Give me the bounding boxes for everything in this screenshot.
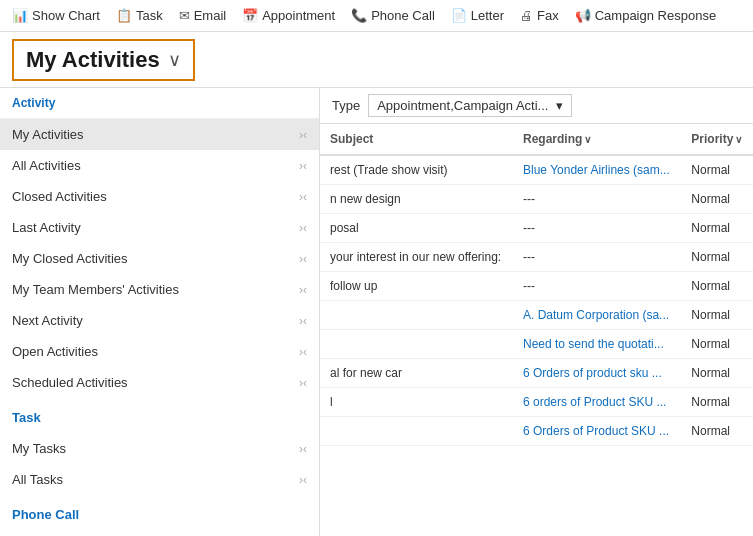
page-title: My Activities bbox=[26, 47, 160, 73]
dropdown-label-open-activities: Open Activities bbox=[12, 344, 98, 359]
pin-icon[interactable]: ›‹ bbox=[299, 159, 307, 173]
pin-icon[interactable]: ›‹ bbox=[299, 221, 307, 235]
dropdown-item-closed-activities[interactable]: Closed Activities›‹ bbox=[0, 181, 319, 212]
pin-icon[interactable]: ›‹ bbox=[299, 190, 307, 204]
pin-icon[interactable]: ›‹ bbox=[299, 314, 307, 328]
row-5-priority: Normal bbox=[681, 301, 753, 330]
row-0-subject: rest (Trade show visit) bbox=[320, 155, 513, 185]
table-row: your interest in our new offering:---Nor… bbox=[320, 243, 753, 272]
pin-icon[interactable]: ›‹ bbox=[299, 283, 307, 297]
row-1-regarding: --- bbox=[513, 185, 681, 214]
row-3-regarding: --- bbox=[513, 243, 681, 272]
regarding-link-8[interactable]: 6 orders of Product SKU ... bbox=[523, 395, 666, 409]
toolbar-btn-campaign-response[interactable]: 📢Campaign Response bbox=[567, 4, 724, 27]
col-label-priority: Priority bbox=[691, 132, 733, 146]
dropdown-item-open-activities[interactable]: Open Activities›‹ bbox=[0, 336, 319, 367]
dropdown-label-my-activities: My Activities bbox=[12, 127, 84, 142]
row-9-subject bbox=[320, 417, 513, 446]
dropdown-label-all-tasks: All Tasks bbox=[12, 472, 63, 487]
row-5-subject bbox=[320, 301, 513, 330]
row-9-regarding[interactable]: 6 Orders of Product SKU ... bbox=[513, 417, 681, 446]
col-header-regarding[interactable]: Regarding∨ bbox=[513, 124, 681, 155]
row-2-subject: posal bbox=[320, 214, 513, 243]
activities-table: SubjectRegarding∨Priority∨ rest (Trade s… bbox=[320, 124, 753, 446]
toolbar-btn-email[interactable]: ✉Email bbox=[171, 4, 235, 27]
row-0-regarding[interactable]: Blue Yonder Airlines (sam... bbox=[513, 155, 681, 185]
dropdown-label-closed-activities: Closed Activities bbox=[12, 189, 107, 204]
row-8-regarding[interactable]: 6 orders of Product SKU ... bbox=[513, 388, 681, 417]
task-icon: 📋 bbox=[116, 8, 132, 23]
dropdown-item-all-tasks[interactable]: All Tasks›‹ bbox=[0, 464, 319, 495]
table-row: A. Datum Corporation (sa...Normal bbox=[320, 301, 753, 330]
dropdown-item-my-team-members[interactable]: My Team Members' Activities›‹ bbox=[0, 274, 319, 305]
row-7-subject: al for new car bbox=[320, 359, 513, 388]
fax-label: Fax bbox=[537, 8, 559, 23]
title-container[interactable]: My Activities ∨ bbox=[12, 39, 195, 81]
dropdown-label-last-activity: Last Activity bbox=[12, 220, 81, 235]
fax-icon: 🖨 bbox=[520, 8, 533, 23]
dropdown-item-last-activity[interactable]: Last Activity›‹ bbox=[0, 212, 319, 243]
row-2-regarding: --- bbox=[513, 214, 681, 243]
col-header-priority[interactable]: Priority∨ bbox=[681, 124, 753, 155]
row-8-subject: l bbox=[320, 388, 513, 417]
regarding-link-9[interactable]: 6 Orders of Product SKU ... bbox=[523, 424, 669, 438]
pin-icon[interactable]: ›‹ bbox=[299, 128, 307, 142]
regarding-link-0[interactable]: Blue Yonder Airlines (sam... bbox=[523, 163, 670, 177]
dropdown-item-my-activities[interactable]: My Activities›‹ bbox=[0, 119, 319, 150]
row-1-priority: Normal bbox=[681, 185, 753, 214]
dropdown-item-my-closed-activities[interactable]: My Closed Activities›‹ bbox=[0, 243, 319, 274]
row-9-priority: Normal bbox=[681, 417, 753, 446]
filter-type-dropdown[interactable]: Appointment,Campaign Acti... ▾ bbox=[368, 94, 572, 117]
regarding-link-5[interactable]: A. Datum Corporation (sa... bbox=[523, 308, 669, 322]
dropdown-item-my-phone-calls[interactable]: My Phone Calls›‹ bbox=[0, 530, 319, 536]
dropdown-item-scheduled-activities[interactable]: Scheduled Activities›‹ bbox=[0, 367, 319, 398]
regarding-link-6[interactable]: Need to send the quotati... bbox=[523, 337, 664, 351]
chevron-down-icon[interactable]: ∨ bbox=[168, 49, 181, 71]
sort-arrow-regarding: ∨ bbox=[584, 134, 591, 145]
email-icon: ✉ bbox=[179, 8, 190, 23]
pin-icon[interactable]: ›‹ bbox=[299, 442, 307, 456]
row-6-subject bbox=[320, 330, 513, 359]
toolbar-btn-show-chart[interactable]: 📊Show Chart bbox=[4, 4, 108, 27]
show-chart-icon: 📊 bbox=[12, 8, 28, 23]
dropdown-item-my-tasks[interactable]: My Tasks›‹ bbox=[0, 433, 319, 464]
pin-icon[interactable]: ›‹ bbox=[299, 473, 307, 487]
dropdown-label-my-team-members: My Team Members' Activities bbox=[12, 282, 179, 297]
toolbar-btn-task[interactable]: 📋Task bbox=[108, 4, 171, 27]
main-content: Activity My Activities›‹All Activities›‹… bbox=[0, 88, 753, 536]
phone-call-icon: 📞 bbox=[351, 8, 367, 23]
dropdown-section-phone-call-header: Phone Call bbox=[0, 495, 319, 530]
toolbar: 📊Show Chart📋Task✉Email📅Appointment📞Phone… bbox=[0, 0, 753, 32]
task-label: Task bbox=[136, 8, 163, 23]
row-5-regarding[interactable]: A. Datum Corporation (sa... bbox=[513, 301, 681, 330]
toolbar-btn-appointment[interactable]: 📅Appointment bbox=[234, 4, 343, 27]
pin-icon[interactable]: ›‹ bbox=[299, 252, 307, 266]
regarding-link-7[interactable]: 6 Orders of product sku ... bbox=[523, 366, 662, 380]
table-body: rest (Trade show visit)Blue Yonder Airli… bbox=[320, 155, 753, 446]
pin-icon[interactable]: ›‹ bbox=[299, 376, 307, 390]
right-panel: Type Appointment,Campaign Acti... ▾ Subj… bbox=[320, 88, 753, 536]
dropdown-label-my-closed-activities: My Closed Activities bbox=[12, 251, 128, 266]
row-8-priority: Normal bbox=[681, 388, 753, 417]
row-7-regarding[interactable]: 6 Orders of product sku ... bbox=[513, 359, 681, 388]
toolbar-btn-phone-call[interactable]: 📞Phone Call bbox=[343, 4, 443, 27]
sort-arrow-priority: ∨ bbox=[735, 134, 742, 145]
row-1-subject: n new design bbox=[320, 185, 513, 214]
pin-icon[interactable]: ›‹ bbox=[299, 345, 307, 359]
toolbar-btn-letter[interactable]: 📄Letter bbox=[443, 4, 512, 27]
filter-bar: Type Appointment,Campaign Acti... ▾ bbox=[320, 88, 753, 124]
dropdown-item-next-activity[interactable]: Next Activity›‹ bbox=[0, 305, 319, 336]
filter-type-label: Type bbox=[332, 98, 360, 113]
dropdown-item-all-activities[interactable]: All Activities›‹ bbox=[0, 150, 319, 181]
toolbar-btn-fax[interactable]: 🖨Fax bbox=[512, 4, 567, 27]
row-6-priority: Normal bbox=[681, 330, 753, 359]
table-row: follow up---Normal bbox=[320, 272, 753, 301]
table-row: 6 Orders of Product SKU ...Normal bbox=[320, 417, 753, 446]
appointment-label: Appointment bbox=[262, 8, 335, 23]
row-3-priority: Normal bbox=[681, 243, 753, 272]
row-6-regarding[interactable]: Need to send the quotati... bbox=[513, 330, 681, 359]
table-header: SubjectRegarding∨Priority∨ bbox=[320, 124, 753, 155]
dropdown-panel: Activity My Activities›‹All Activities›‹… bbox=[0, 88, 320, 536]
filter-dropdown-arrow: ▾ bbox=[556, 98, 563, 113]
email-label: Email bbox=[194, 8, 227, 23]
